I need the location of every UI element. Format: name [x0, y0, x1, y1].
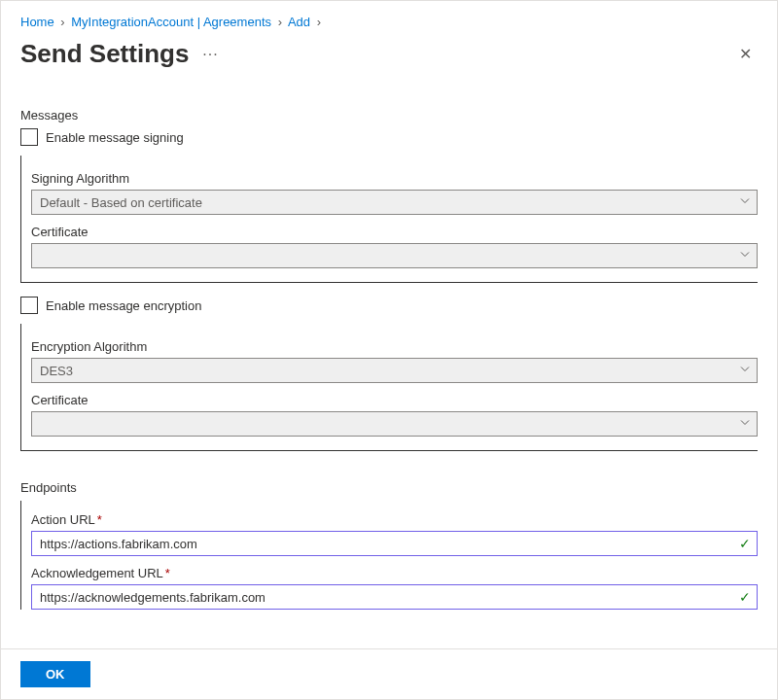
- encryption-block: Encryption Algorithm DES3 Certificate: [20, 324, 758, 451]
- signing-algorithm-value: Default - Based on certificate: [40, 195, 202, 210]
- messages-section-title: Messages: [20, 108, 758, 122]
- checkbox-icon: [20, 128, 38, 146]
- chevron-down-icon: [739, 417, 751, 432]
- encryption-algorithm-value: DES3: [40, 364, 73, 378]
- signing-algorithm-label: Signing Algorithm: [31, 171, 758, 186]
- chevron-down-icon: [739, 195, 751, 210]
- ok-button[interactable]: OK: [20, 661, 90, 687]
- header: Send Settings ··· ✕: [1, 35, 777, 79]
- signing-certificate-select[interactable]: [31, 243, 758, 268]
- action-url-input-wrapper: ✓: [31, 531, 758, 556]
- encryption-algorithm-label: Encryption Algorithm: [31, 339, 758, 354]
- acknowledgement-url-input-wrapper: ✓: [31, 584, 758, 610]
- chevron-right-icon: ›: [317, 15, 321, 29]
- more-icon[interactable]: ···: [202, 46, 218, 63]
- acknowledgement-url-label: Acknowledgement URL*: [31, 566, 758, 580]
- breadcrumb: Home › MyIntegrationAccount | Agreements…: [1, 1, 777, 35]
- breadcrumb-integration-account[interactable]: MyIntegrationAccount | Agreements: [71, 15, 271, 29]
- signing-algorithm-select[interactable]: Default - Based on certificate: [31, 190, 758, 215]
- footer: OK: [1, 648, 777, 699]
- action-url-label: Action URL*: [31, 512, 758, 527]
- required-indicator: *: [97, 512, 102, 527]
- page-title: Send Settings: [20, 39, 189, 69]
- endpoints-section-title: Endpoints: [20, 480, 758, 495]
- checkmark-icon: ✓: [739, 589, 751, 605]
- breadcrumb-home[interactable]: Home: [20, 15, 54, 29]
- acknowledgement-url-input[interactable]: [40, 590, 749, 605]
- checkbox-icon: [20, 297, 38, 314]
- breadcrumb-add[interactable]: Add: [288, 15, 310, 29]
- chevron-down-icon: [739, 249, 751, 263]
- encryption-certificate-label: Certificate: [31, 393, 758, 407]
- required-indicator: *: [165, 566, 170, 580]
- chevron-right-icon: ›: [60, 15, 64, 29]
- enable-message-signing-label: Enable message signing: [46, 130, 184, 145]
- chevron-down-icon: [739, 364, 751, 378]
- signing-block: Signing Algorithm Default - Based on cer…: [20, 156, 758, 283]
- signing-certificate-label: Certificate: [31, 225, 758, 239]
- content: Messages Enable message signing Signing …: [1, 79, 777, 610]
- endpoints-block: Action URL* ✓ Acknowledgement URL* ✓: [20, 501, 758, 610]
- action-url-input[interactable]: [40, 537, 749, 551]
- encryption-certificate-select[interactable]: [31, 411, 758, 437]
- close-icon[interactable]: ✕: [733, 41, 758, 68]
- enable-message-signing-checkbox[interactable]: Enable message signing: [20, 128, 758, 146]
- encryption-algorithm-select[interactable]: DES3: [31, 358, 758, 383]
- enable-message-encryption-label: Enable message encryption: [46, 298, 201, 313]
- enable-message-encryption-checkbox[interactable]: Enable message encryption: [20, 297, 758, 314]
- chevron-right-icon: ›: [278, 15, 282, 29]
- checkmark-icon: ✓: [739, 536, 751, 551]
